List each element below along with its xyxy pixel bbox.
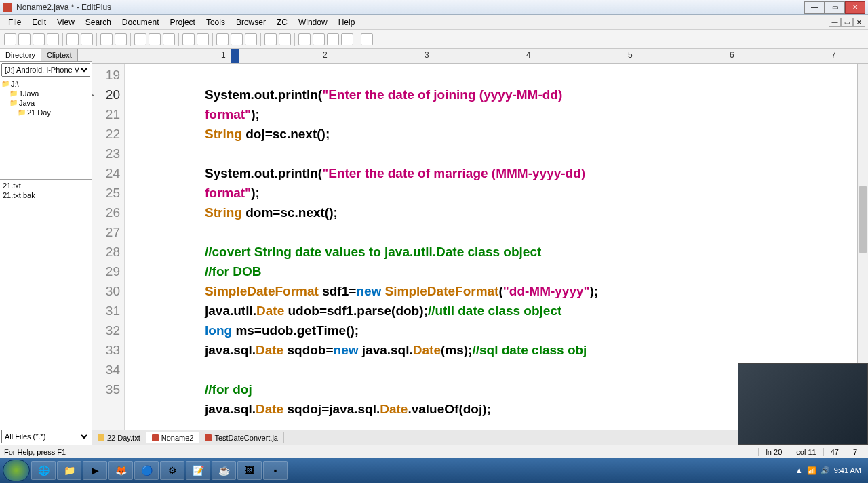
ruler-mark: 7 bbox=[831, 50, 836, 60]
code-line[interactable]: format"); bbox=[130, 104, 868, 124]
menu-search[interactable]: Search bbox=[80, 16, 117, 28]
ruler: 1234567 bbox=[92, 49, 868, 64]
menu-view[interactable]: View bbox=[52, 16, 80, 28]
menubar: FileEditViewSearchDocumentProjectToolsBr… bbox=[0, 15, 868, 30]
menu-browser[interactable]: Browser bbox=[231, 16, 271, 28]
open-icon[interactable] bbox=[18, 33, 31, 45]
doc-tab[interactable]: TestDateConvert.ja bbox=[199, 432, 284, 443]
menu-edit[interactable]: Edit bbox=[26, 16, 52, 28]
code-line[interactable]: //for DOB bbox=[130, 262, 868, 281]
spell-icon[interactable] bbox=[264, 33, 277, 45]
code-line[interactable]: long ms=udob.getTime(); bbox=[130, 321, 868, 340]
replace-icon[interactable] bbox=[197, 33, 209, 45]
menu-project[interactable]: Project bbox=[165, 16, 201, 28]
directory-tree[interactable]: J:\1JavaJava21 Day bbox=[0, 78, 92, 180]
taskbar-editplus-icon[interactable]: 📝 bbox=[186, 461, 210, 480]
line-number: 34 bbox=[92, 360, 120, 380]
code-line[interactable]: SimpleDateFormat sdf1=new SimpleDateForm… bbox=[130, 281, 868, 301]
cut-icon[interactable] bbox=[134, 33, 146, 45]
hex-icon[interactable] bbox=[245, 33, 257, 45]
taskbar-cmd-icon[interactable]: ▪ bbox=[263, 461, 288, 480]
tree-node[interactable]: J:\ bbox=[1, 79, 90, 89]
copy-icon[interactable] bbox=[149, 33, 161, 45]
taskbar-firefox-icon[interactable]: 🦊 bbox=[108, 461, 133, 480]
tool2-icon[interactable] bbox=[327, 33, 339, 45]
code-line[interactable]: java.sql.Date sqdob=new java.sql.Date(ms… bbox=[130, 340, 868, 360]
menu-zc[interactable]: ZC bbox=[271, 16, 293, 28]
line-number: 27 bbox=[92, 222, 120, 242]
find-icon[interactable] bbox=[182, 33, 195, 45]
code-line[interactable]: System.out.println("Enter the date of ma… bbox=[130, 163, 868, 183]
paste-icon[interactable] bbox=[163, 33, 175, 45]
tab-cliptext[interactable]: Cliptext bbox=[41, 49, 78, 61]
menu-window[interactable]: Window bbox=[293, 16, 333, 28]
line-number: 35 bbox=[92, 380, 120, 399]
taskbar-chrome-icon[interactable]: 🔵 bbox=[134, 461, 159, 480]
taskbar-app1-icon[interactable]: ⚙ bbox=[160, 461, 184, 480]
tree-node[interactable]: Java bbox=[9, 98, 90, 108]
taskbar-explorer-icon[interactable]: 📁 bbox=[57, 461, 81, 480]
code-line[interactable]: //covert String date values to java.util… bbox=[130, 242, 868, 262]
statusbar: For Help, press F1 ln 20 col 11 47 7 bbox=[0, 445, 868, 458]
tree-node[interactable]: 1Java bbox=[9, 89, 90, 98]
wrap-icon[interactable] bbox=[231, 33, 243, 45]
new-icon[interactable] bbox=[4, 33, 16, 45]
code-line[interactable] bbox=[130, 222, 868, 242]
menu-help[interactable]: Help bbox=[333, 16, 361, 28]
file-filter-select[interactable]: All Files (*.*) bbox=[1, 430, 90, 443]
file-list[interactable]: 21.txt21.txt.bak bbox=[0, 180, 92, 428]
tool3-icon[interactable] bbox=[341, 33, 353, 45]
save-icon[interactable] bbox=[33, 33, 45, 45]
save-all-icon[interactable] bbox=[47, 33, 59, 45]
doc-tab[interactable]: Noname2 bbox=[146, 432, 200, 443]
file-item[interactable]: 21.txt.bak bbox=[1, 190, 90, 200]
tray-flag-icon: ▲ bbox=[795, 466, 803, 474]
doc-restore-button[interactable]: ▭ bbox=[841, 18, 853, 27]
taskbar-ie-icon[interactable]: 🌐 bbox=[31, 461, 56, 480]
taskbar-media-icon[interactable]: ▶ bbox=[83, 461, 107, 480]
editor: 1234567 19202122232425262728293031323334… bbox=[92, 49, 868, 445]
start-button[interactable] bbox=[3, 460, 30, 481]
scrollbar-thumb[interactable] bbox=[859, 186, 867, 253]
close-button[interactable]: ✕ bbox=[845, 1, 865, 14]
minimize-button[interactable]: — bbox=[804, 1, 825, 14]
preview-icon[interactable] bbox=[81, 33, 93, 45]
tool1-icon[interactable] bbox=[313, 33, 325, 45]
status-line: ln 20 bbox=[758, 448, 789, 456]
menu-file[interactable]: File bbox=[3, 16, 26, 28]
code-line[interactable]: java.util.Date udob=sdf1.parse(dob);//ut… bbox=[130, 301, 868, 321]
run-icon[interactable] bbox=[279, 33, 291, 45]
taskbar-java-icon[interactable]: ☕ bbox=[212, 461, 236, 480]
line-number: 19 bbox=[92, 65, 120, 85]
folder-icon bbox=[98, 434, 104, 441]
maximize-button[interactable]: ▭ bbox=[825, 1, 845, 14]
code-line[interactable] bbox=[130, 65, 868, 85]
taskbar: 🌐 📁 ▶ 🦊 🔵 ⚙ 📝 ☕ 🖼 ▪ ▲ 📶 🔊 9:41 AM bbox=[0, 458, 868, 483]
doc-tab[interactable]: 22 Day.txt bbox=[92, 432, 146, 443]
code-line[interactable] bbox=[130, 144, 868, 163]
system-tray[interactable]: ▲ 📶 🔊 9:41 AM bbox=[795, 466, 865, 475]
doc-minimize-button[interactable]: — bbox=[829, 18, 841, 27]
code-line[interactable]: System.out.println("Enter the date of jo… bbox=[130, 85, 868, 104]
doc-tab-label: 22 Day.txt bbox=[107, 434, 140, 442]
menu-tools[interactable]: Tools bbox=[201, 16, 231, 28]
code-line[interactable]: String dom=sc.next(); bbox=[130, 203, 868, 222]
print-icon[interactable] bbox=[66, 33, 79, 45]
redo-icon[interactable] bbox=[115, 33, 127, 45]
doc-close-button[interactable]: ✕ bbox=[853, 18, 865, 27]
line-number: 20 bbox=[92, 85, 120, 104]
help-icon[interactable] bbox=[361, 33, 373, 45]
tray-network-icon: 📶 bbox=[807, 466, 816, 475]
drive-select[interactable]: [J:] Android, I-Phone V bbox=[1, 63, 90, 77]
undo-icon[interactable] bbox=[100, 33, 113, 45]
taskbar-app2-icon[interactable]: 🖼 bbox=[237, 461, 262, 480]
browser-icon[interactable] bbox=[298, 33, 311, 45]
menu-document[interactable]: Document bbox=[117, 16, 165, 28]
code-line[interactable]: format"); bbox=[130, 183, 868, 203]
tree-node[interactable]: 21 Day bbox=[18, 108, 90, 117]
tab-directory[interactable]: Directory bbox=[0, 49, 41, 61]
file-item[interactable]: 21.txt bbox=[1, 181, 90, 190]
line-number: 22 bbox=[92, 124, 120, 144]
font-icon[interactable] bbox=[216, 33, 229, 45]
code-line[interactable]: String doj=sc.next(); bbox=[130, 124, 868, 144]
